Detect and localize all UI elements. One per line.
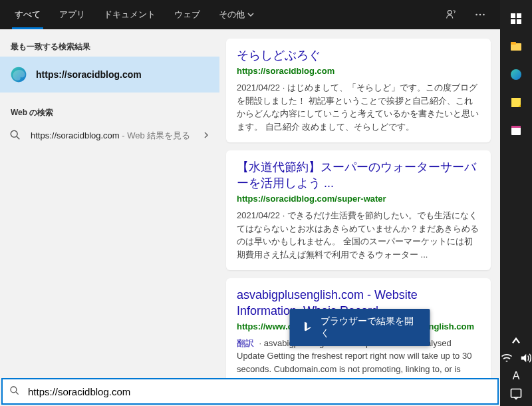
tab-web[interactable]: ウェブ bbox=[168, 0, 207, 29]
tab-all[interactable]: すべて bbox=[8, 0, 47, 29]
edge-taskbar-icon[interactable] bbox=[503, 61, 529, 88]
svg-rect-11 bbox=[511, 19, 515, 24]
search-panel: すべて アプリ ドキュメント ウェブ その他 最も一致する検索結果 bbox=[0, 0, 500, 406]
open-in-browser-button[interactable]: ブラウザーで結果を開く bbox=[290, 309, 430, 346]
result-title[interactable]: そらしどぶろぐ bbox=[237, 48, 480, 63]
svg-rect-10 bbox=[517, 13, 521, 18]
edge-icon bbox=[9, 65, 28, 84]
svg-point-1 bbox=[475, 14, 477, 16]
start-button[interactable] bbox=[503, 5, 529, 32]
explorer-icon[interactable] bbox=[503, 33, 529, 60]
search-box[interactable] bbox=[1, 378, 499, 405]
result-snippet: 2021/04/22 · はじめまして、「そらしど」です。この度ブログを開設しま… bbox=[237, 81, 480, 133]
chevron-down-icon bbox=[247, 10, 254, 20]
tab-more[interactable]: その他 bbox=[212, 0, 261, 29]
svg-rect-14 bbox=[511, 42, 516, 45]
svg-rect-12 bbox=[517, 19, 521, 24]
web-search-header: Web の検索 bbox=[0, 102, 219, 122]
result-card[interactable]: そらしどぶろぐ https://soracidblog.com 2021/04/… bbox=[226, 39, 491, 142]
search-input[interactable] bbox=[28, 386, 491, 397]
svg-point-3 bbox=[483, 14, 485, 16]
tray-expand-icon[interactable] bbox=[508, 334, 524, 347]
result-card[interactable]: 【水道代節約】スーパーのウォーターサーバーを活用しよう ... https://… bbox=[226, 150, 491, 270]
chevron-right-icon bbox=[202, 130, 210, 142]
best-match-header: 最も一致する検索結果 bbox=[0, 36, 219, 57]
svg-line-6 bbox=[17, 136, 19, 139]
svg-line-8 bbox=[16, 392, 19, 395]
svg-point-7 bbox=[11, 387, 17, 393]
search-icon bbox=[9, 385, 21, 397]
svg-point-15 bbox=[511, 69, 521, 80]
bing-icon bbox=[302, 321, 314, 335]
more-options-icon[interactable] bbox=[468, 3, 492, 27]
system-tray: A bbox=[499, 334, 532, 406]
tabs-bar: すべて アプリ ドキュメント ウェブ その他 bbox=[0, 0, 500, 29]
result-url: https://soracidblog.com/super-water bbox=[237, 194, 480, 204]
wifi-icon[interactable] bbox=[499, 351, 515, 365]
tab-documents[interactable]: ドキュメント bbox=[97, 0, 162, 29]
svg-rect-19 bbox=[511, 389, 521, 398]
result-url: https://soracidblog.com bbox=[237, 66, 480, 76]
sticky-notes-icon[interactable] bbox=[503, 89, 529, 116]
taskbar: A bbox=[500, 0, 532, 406]
ime-indicator[interactable]: A bbox=[508, 369, 524, 383]
app-icon[interactable] bbox=[503, 117, 529, 144]
search-icon bbox=[9, 129, 23, 142]
feedback-icon[interactable] bbox=[439, 3, 463, 27]
left-column: 最も一致する検索結果 https://soracidblog.com Web の… bbox=[0, 29, 219, 378]
web-item-text: https://soracidblog.com - Web 結果を見る bbox=[31, 130, 190, 142]
result-snippet: 2021/04/22 · できるだけ生活費を節約したい。でも生活になくてはならな… bbox=[237, 209, 480, 261]
notifications-icon[interactable] bbox=[508, 387, 524, 401]
svg-point-2 bbox=[479, 14, 481, 16]
svg-rect-16 bbox=[511, 98, 521, 107]
content-area: 最も一致する検索結果 https://soracidblog.com Web の… bbox=[0, 29, 500, 378]
web-search-item[interactable]: https://soracidblog.com - Web 結果を見る bbox=[0, 122, 219, 149]
svg-rect-18 bbox=[511, 126, 521, 128]
svg-rect-9 bbox=[511, 13, 515, 18]
best-match-text: https://soracidblog.com bbox=[36, 69, 142, 80]
volume-icon[interactable] bbox=[517, 351, 532, 365]
svg-point-5 bbox=[11, 130, 17, 137]
svg-point-0 bbox=[448, 11, 452, 15]
tab-apps[interactable]: アプリ bbox=[53, 0, 92, 29]
result-title[interactable]: 【水道代節約】スーパーのウォーターサーバーを活用しよう ... bbox=[237, 160, 480, 191]
best-match-item[interactable]: https://soracidblog.com bbox=[0, 57, 219, 93]
results-column: そらしどぶろぐ https://soracidblog.com 2021/04/… bbox=[219, 29, 500, 378]
